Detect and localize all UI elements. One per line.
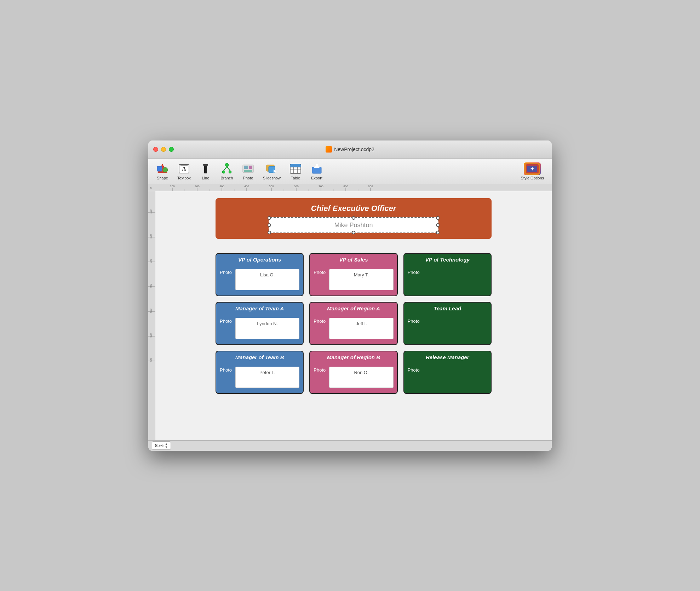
org-card-body-1-0: PhotoLyndon N. xyxy=(216,314,303,344)
svg-text:200: 200 xyxy=(150,234,152,239)
org-card-body-2-2: Photo xyxy=(404,363,491,393)
photo-label-0-2: Photo xyxy=(408,269,420,275)
org-card-header-2-1: Manager of Region B xyxy=(310,351,397,363)
style-options-label: Style Options xyxy=(521,176,544,180)
vertical-ruler-svg: 100 200 300 400 500 600 700 xyxy=(148,191,155,439)
zoom-value: 85% xyxy=(155,443,163,448)
svg-rect-7 xyxy=(203,164,208,166)
svg-text:500: 500 xyxy=(269,185,274,188)
svg-text:0: 0 xyxy=(150,187,152,190)
org-name-2-1: Ron O. xyxy=(329,367,393,388)
svg-text:400: 400 xyxy=(244,185,249,188)
org-card-header-0-2: VP of Technology xyxy=(404,254,491,265)
svg-text:200: 200 xyxy=(195,185,200,188)
svg-text:300: 300 xyxy=(150,259,152,263)
title-bar: NewProject.ocdp2 xyxy=(148,140,552,159)
canvas-area: 100 200 300 400 500 600 700 Chief Execut… xyxy=(148,191,552,440)
svg-rect-25 xyxy=(290,164,301,167)
export-icon xyxy=(310,162,323,175)
org-card-0-1[interactable]: VP of SalesPhotoMary T. xyxy=(309,253,397,296)
svg-line-11 xyxy=(224,167,227,171)
toolbar-line[interactable]: Line xyxy=(196,161,216,182)
org-card-body-1-2: Photo xyxy=(404,314,491,344)
org-row-2: Manager of Team BPhotoPeter L.Manager of… xyxy=(216,351,492,394)
svg-text:900: 900 xyxy=(368,185,373,188)
svg-text:✦: ✦ xyxy=(530,166,534,172)
org-card-0-0[interactable]: VP of OperationsPhotoLisa O. xyxy=(216,253,304,296)
org-card-0-2[interactable]: VP of TechnologyPhoto xyxy=(403,253,492,296)
org-name-0-0: Lisa O. xyxy=(235,269,299,290)
photo-label: Photo xyxy=(243,176,253,180)
line-label: Line xyxy=(202,176,210,180)
org-card-header-1-1: Manager of Region A xyxy=(310,303,397,314)
photo-label-1-2: Photo xyxy=(408,318,420,324)
org-card-header-2-0: Manager of Team B xyxy=(216,351,303,363)
photo-label-2-0: Photo xyxy=(220,367,232,373)
org-card-body-1-1: PhotoJeff I. xyxy=(310,314,397,344)
org-card-header-2-2: Release Manager xyxy=(404,351,491,363)
minimize-button[interactable] xyxy=(161,147,166,152)
svg-point-9 xyxy=(222,171,225,173)
branch-label: Branch xyxy=(220,176,233,180)
toolbar-export[interactable]: Export xyxy=(307,161,327,182)
shape-icon xyxy=(156,162,169,175)
svg-rect-15 xyxy=(249,166,252,169)
svg-text:600: 600 xyxy=(150,333,152,338)
ceo-name-box[interactable]: Mike Poshton xyxy=(269,217,438,233)
org-card-body-0-0: PhotoLisa O. xyxy=(216,265,303,296)
ceo-box[interactable]: Chief Executive Officer Mike Poshton xyxy=(216,198,492,239)
toolbar-shape[interactable]: Shape xyxy=(153,161,172,182)
photo-label-2-2: Photo xyxy=(408,367,420,373)
zoom-down-arrow[interactable]: ▼ xyxy=(165,446,168,449)
org-card-1-2[interactable]: Team LeadPhoto xyxy=(403,302,492,345)
org-card-2-0[interactable]: Manager of Team BPhotoPeter L. xyxy=(216,351,304,394)
svg-rect-28 xyxy=(316,164,318,168)
photo-label-1-0: Photo xyxy=(220,318,232,324)
svg-text:100: 100 xyxy=(150,210,152,214)
toolbar-photo[interactable]: Photo xyxy=(238,161,258,182)
org-card-2-2[interactable]: Release ManagerPhoto xyxy=(403,351,492,394)
ceo-name: Mike Poshton xyxy=(334,222,373,229)
photo-label-1-1: Photo xyxy=(314,318,326,324)
org-card-1-1[interactable]: Manager of Region APhotoJeff I. xyxy=(309,302,397,345)
org-card-1-0[interactable]: Manager of Team APhotoLyndon N. xyxy=(216,302,304,345)
svg-text:400: 400 xyxy=(150,284,152,288)
svg-text:700: 700 xyxy=(150,358,152,362)
toolbar-textbox[interactable]: A Textbox xyxy=(174,161,194,182)
table-icon xyxy=(289,162,302,175)
svg-text:700: 700 xyxy=(319,185,323,188)
svg-text:300: 300 xyxy=(219,185,224,188)
org-name-0-1: Mary T. xyxy=(329,269,393,290)
canvas[interactable]: Chief Executive Officer Mike Poshton VP … xyxy=(155,191,552,440)
org-card-body-0-2: Photo xyxy=(404,265,491,296)
svg-point-10 xyxy=(229,171,231,173)
shape-label: Shape xyxy=(157,176,168,180)
svg-line-12 xyxy=(227,167,230,171)
maximize-button[interactable] xyxy=(169,147,174,152)
toolbar-slideshow[interactable]: Slideshow xyxy=(259,161,284,182)
photo-label-2-1: Photo xyxy=(314,367,326,373)
svg-point-2 xyxy=(163,167,168,172)
svg-text:100: 100 xyxy=(170,185,175,188)
zoom-display[interactable]: 85% ▲ ▼ xyxy=(152,441,171,450)
svg-rect-1 xyxy=(157,166,162,171)
org-card-2-1[interactable]: Manager of Region BPhotoRon O. xyxy=(309,351,397,394)
org-name-1-1: Jeff I. xyxy=(329,318,393,339)
slideshow-icon xyxy=(265,162,278,175)
org-row-1: Manager of Team APhotoLyndon N.Manager o… xyxy=(216,302,492,345)
toolbar-table[interactable]: Table xyxy=(286,161,305,182)
toolbar-branch[interactable]: Branch xyxy=(217,161,237,182)
table-label: Table xyxy=(291,176,300,180)
svg-text:A: A xyxy=(182,166,186,172)
org-name-2-0: Peter L. xyxy=(235,367,299,388)
style-options-button[interactable]: ✦ Style Options xyxy=(517,161,547,182)
svg-rect-16 xyxy=(244,170,252,172)
app-icon xyxy=(326,146,332,153)
zoom-up-arrow[interactable]: ▲ xyxy=(165,442,168,446)
close-button[interactable] xyxy=(153,147,158,152)
svg-point-8 xyxy=(225,163,229,167)
org-name-1-0: Lyndon N. xyxy=(235,318,299,339)
org-rows-container: VP of OperationsPhotoLisa O.VP of SalesP… xyxy=(162,253,545,394)
svg-rect-26 xyxy=(312,167,321,173)
zoom-arrows[interactable]: ▲ ▼ xyxy=(165,442,168,449)
